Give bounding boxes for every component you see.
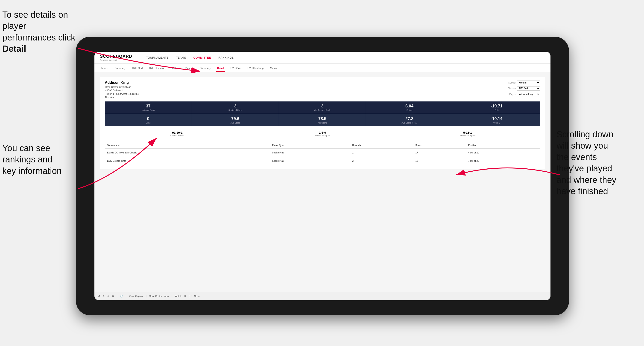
stat-avg-score-label: Avg Score — [194, 122, 277, 124]
col-event-type: Event Type — [270, 142, 350, 149]
tablet-screen: SCOREBOARD Powered by clippd TOURNAMENTS… — [94, 52, 550, 300]
ann-r-1: Scrolling down — [556, 130, 613, 139]
top50-record-label: Record vs top 50 — [395, 134, 540, 137]
nav-tournaments[interactable]: TOURNAMENTS — [146, 56, 168, 59]
stat-avg-to-par-value: 27.8 — [368, 116, 451, 121]
nav-committee[interactable]: COMMITTEE — [194, 56, 211, 59]
tournament-table: Tournament Event Type Rounds Score Posit… — [105, 142, 540, 165]
stat-avg-to-par-label: Avg Score to Par — [368, 122, 451, 124]
stat-avg-score: 79.6 Avg Score — [192, 114, 279, 126]
tablet-frame: SCOREBOARD Powered by clippd TOURNAMENTS… — [76, 37, 569, 315]
player-info-left: Addison King Mesa Community College NJCA… — [105, 81, 139, 99]
player-select[interactable]: Addison King — [517, 92, 540, 96]
ann-r-6: have finished — [556, 186, 608, 196]
annotation-top-left: To see details on player performances cl… — [2, 9, 80, 55]
player-row: Player Addison King — [503, 92, 540, 96]
tab-matrix2[interactable]: Matrix — [269, 65, 278, 72]
stat-wins-value: 0 — [107, 116, 190, 121]
tab-h2h-heatmap2[interactable]: H2H Heatmap — [247, 65, 265, 72]
tab-summary2[interactable]: Summary — [199, 65, 212, 72]
tab-summary[interactable]: Summary — [114, 65, 126, 72]
top-nav: SCOREBOARD Powered by clippd TOURNAMENTS… — [94, 52, 550, 64]
zoom-btn[interactable]: ⊕ — [107, 295, 109, 298]
stat-adj-score: 78.5 Adj Score — [279, 114, 366, 126]
stat-regional-rank-value: 3 — [194, 104, 277, 109]
view-original-btn[interactable]: View: Original — [129, 295, 143, 298]
ann-r-2: will show you — [556, 141, 608, 151]
tab-h2h-grid2[interactable]: H2H Grid — [230, 65, 242, 72]
row2-rounds: 2 — [350, 157, 413, 165]
stat-national-rank: 37 National Rank — [105, 101, 192, 114]
top25-record: 1-5-0 Record vs top 25 — [250, 131, 395, 137]
stat-sos-label: SoS — [455, 109, 538, 111]
tab-players[interactable]: Players — [184, 65, 194, 72]
sub-nav: Teams Summary H2H Grid H2H Heatmap Matri… — [94, 64, 550, 72]
table-row: Lady Coyote Invite Stroke Play 2 16 7 ou… — [105, 157, 540, 165]
records-row: 91-20-1 Overall Record 1-5-0 Record vs t… — [105, 129, 540, 139]
stats-row1: 37 National Rank 3 Regional Rank 3 Confe… — [105, 101, 540, 114]
share-btn[interactable]: Share — [194, 295, 200, 298]
watch-btn[interactable]: Watch — [175, 295, 181, 298]
top50-record-value: 5-11-1 — [395, 131, 540, 134]
tab-h2h-heatmap[interactable]: H2H Heatmap — [148, 65, 166, 72]
gender-select[interactable]: Women — [517, 81, 540, 85]
stat-avg-to-par: 27.8 Avg Score to Par — [366, 114, 453, 126]
player-label: Player — [503, 93, 516, 95]
stats-row2: 0 Wins 79.6 Avg Score 78.5 Adj Score 27.… — [105, 114, 540, 126]
table-row: Estella CC- Mountain Classic Stroke Play… — [105, 149, 540, 157]
row2-tournament: Lady Coyote Invite — [105, 157, 270, 165]
stat-sos-value: -19.71 — [455, 104, 538, 109]
save-custom-btn[interactable]: Save Custom View — [149, 295, 168, 298]
player-region: Region 1 - Southwest (18) District — [105, 92, 139, 96]
annotation-bottom-left: You can see rankings and key information — [2, 143, 78, 177]
row2-event-type: Stroke Play — [270, 157, 350, 165]
player-year: First Year — [105, 96, 139, 99]
stat-avg-sg: -10.14 Avg SG — [453, 114, 540, 126]
monitor-btn[interactable]: 🖥 — [184, 295, 186, 298]
gender-label: Gender — [503, 81, 516, 84]
stat-points-label: Points — [368, 109, 451, 111]
expand-btn[interactable]: ⛶ — [189, 295, 192, 298]
nav-links: TOURNAMENTS TEAMS COMMITTEE RANKINGS — [146, 56, 234, 59]
stat-conference-rank-label: Conference Rank — [281, 109, 364, 111]
division-select[interactable]: NJCAA I — [517, 86, 540, 91]
tab-matrix[interactable]: Matrix — [171, 65, 180, 72]
content-area: Addison King Mesa Community College NJCA… — [94, 72, 550, 292]
stat-adj-score-label: Adj Score — [281, 122, 364, 124]
settings-btn[interactable]: ⚙ — [112, 295, 114, 298]
redo-btn[interactable]: ↻ — [103, 295, 104, 298]
stat-national-rank-value: 37 — [107, 104, 190, 109]
row1-rounds: 2 — [350, 149, 413, 157]
undo-btn[interactable]: ↺ — [98, 295, 100, 298]
tab-detail[interactable]: Detail — [216, 65, 225, 72]
row2-score: 16 — [413, 157, 466, 165]
stat-wins-label: Wins — [107, 122, 190, 124]
player-division: NJCAA Division 1 — [105, 89, 139, 92]
col-position: Position — [466, 142, 540, 149]
col-rounds: Rounds — [350, 142, 413, 149]
tab-teams[interactable]: Teams — [100, 65, 109, 72]
player-card: Addison King Mesa Community College NJCA… — [100, 77, 545, 169]
bottom-toolbar: ↺ ↻ ⊕ ⚙ | 🕐 | View: Original | Save Cust… — [94, 292, 550, 300]
stat-national-rank-label: National Rank — [107, 109, 190, 111]
stat-wins: 0 Wins — [105, 114, 192, 126]
tab-h2h-grid[interactable]: H2H Grid — [131, 65, 144, 72]
stat-regional-rank-label: Regional Rank — [194, 109, 277, 111]
logo-subtitle: Powered by clippd — [100, 59, 117, 61]
stat-points: 6.04 Points — [366, 101, 453, 114]
clock-btn[interactable]: 🕐 — [120, 295, 123, 298]
stat-avg-sg-value: -10.14 — [455, 116, 538, 121]
top25-record-label: Record vs top 25 — [250, 134, 395, 137]
sep4: | — [172, 295, 172, 298]
ann-bl-1: You can see — [2, 143, 50, 153]
top50-record: 5-11-1 Record vs top 50 — [395, 131, 540, 137]
overall-record-value: 91-20-1 — [105, 131, 250, 134]
stat-avg-score-value: 79.6 — [194, 116, 277, 121]
gender-row: Gender Women — [503, 81, 540, 85]
stat-adj-score-value: 78.5 — [281, 116, 364, 121]
sep2: | — [126, 295, 126, 298]
nav-teams[interactable]: TEAMS — [176, 56, 186, 59]
nav-rankings[interactable]: RANKINGS — [218, 56, 234, 59]
overall-record: 91-20-1 Overall Record — [105, 131, 250, 137]
overall-record-label: Overall Record — [105, 134, 250, 137]
